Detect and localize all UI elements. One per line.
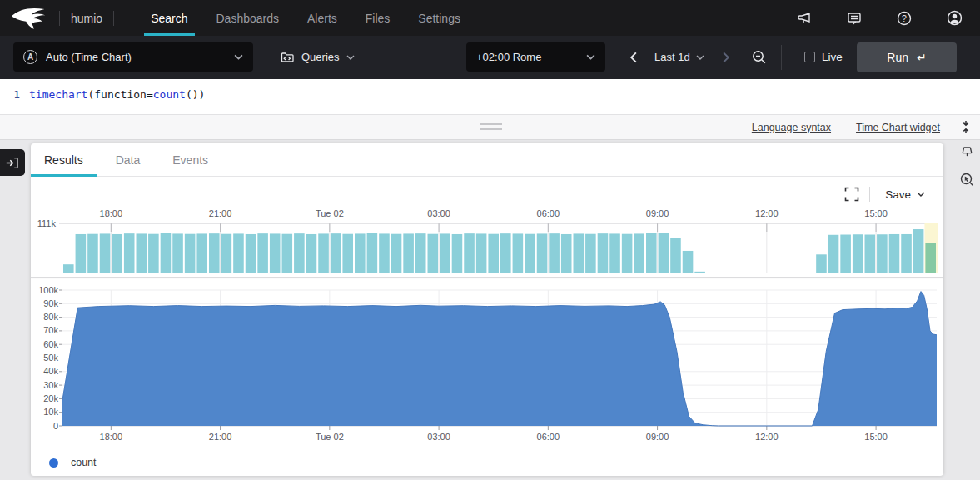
help-button[interactable]: ? [896, 10, 913, 27]
nav-item-files[interactable]: Files [351, 0, 405, 36]
fullscreen-icon [844, 187, 859, 202]
run-button[interactable]: Run ↵ [857, 42, 957, 72]
results-area: Results Data Events Save 18:0021:00Tue 0… [0, 140, 980, 480]
save-label: Save [885, 188, 911, 201]
query-token: (function= [87, 88, 152, 101]
query-token: ()) [186, 88, 205, 101]
results-tabs: Results Data Events [31, 143, 943, 177]
time-shift-back-button[interactable] [621, 42, 645, 72]
tab-results[interactable]: Results [31, 143, 97, 176]
chart-legend[interactable]: _count [49, 457, 97, 468]
timeline-chart[interactable]: 18:0021:00Tue 0203:0006:0009:0012:0015:0… [31, 205, 943, 277]
widget-type-select[interactable]: A Auto (Time Chart) [13, 42, 253, 72]
save-button[interactable]: Save [880, 188, 930, 202]
collapse-vertical-icon [960, 120, 972, 134]
svg-text:09:00: 09:00 [646, 208, 669, 218]
svg-text:18:00: 18:00 [100, 432, 123, 442]
svg-text:30k: 30k [43, 380, 58, 390]
nav-item-alerts[interactable]: Alerts [293, 0, 351, 36]
resize-handle[interactable] [480, 123, 502, 133]
svg-text:111k: 111k [37, 218, 57, 228]
fullscreen-button[interactable] [844, 187, 859, 202]
svg-text:0: 0 [53, 421, 58, 431]
results-panel: Results Data Events Save 18:0021:00Tue 0… [31, 143, 943, 476]
svg-text:70k: 70k [43, 325, 58, 335]
editor-splitter: Language syntax Time Chart widget [0, 115, 980, 140]
main-nav: Search Dashboards Alerts Files Settings [137, 0, 475, 36]
svg-text:06:00: 06:00 [537, 432, 560, 442]
top-navbar: humio Search Dashboards Alerts Files Set… [0, 0, 980, 36]
svg-text:40k: 40k [43, 366, 58, 376]
query-inspector-button[interactable] [959, 172, 975, 190]
nav-item-settings[interactable]: Settings [404, 0, 475, 36]
chevron-left-icon [629, 52, 637, 63]
main-chart[interactable]: 100k90k80k70k60k50k40k30k20k10k018:0021:… [31, 282, 943, 453]
crowdstrike-falcon-logo[interactable] [10, 6, 48, 31]
svg-text:?: ? [902, 12, 907, 22]
repository-name[interactable]: humio [71, 12, 102, 25]
query-toolbar: A Auto (Time Chart) Queries +02:00 Rome … [0, 36, 980, 79]
queries-label: Queries [301, 51, 340, 63]
expand-side-panel-button[interactable] [0, 149, 25, 176]
time-range-select[interactable]: Last 1d [646, 42, 713, 72]
svg-text:18:00: 18:00 [100, 208, 123, 218]
svg-text:Tue 02: Tue 02 [316, 208, 344, 218]
svg-text:03:00: 03:00 [427, 432, 450, 442]
nav-item-dashboards[interactable]: Dashboards [202, 0, 294, 36]
help-icon: ? [896, 10, 913, 27]
run-label: Run [887, 51, 908, 64]
feedback-button[interactable] [846, 10, 863, 27]
language-syntax-link[interactable]: Language syntax [747, 121, 836, 134]
query-text[interactable]: timechart(function=count()) [29, 88, 205, 114]
svg-text:50k: 50k [43, 352, 58, 362]
timezone-value: +02:00 Rome [476, 51, 586, 63]
megaphone-icon [796, 10, 813, 27]
timezone-select[interactable]: +02:00 Rome [466, 42, 605, 72]
legend-series-label: _count [65, 457, 97, 468]
account-button[interactable] [946, 9, 963, 27]
nav-divider [113, 11, 114, 26]
nav-item-search[interactable]: Search [137, 0, 201, 36]
svg-text:80k: 80k [43, 312, 58, 322]
splitter-links: Language syntax Time Chart widget [747, 115, 972, 139]
widget-type-value: Auto (Time Chart) [46, 51, 226, 63]
svg-text:06:00: 06:00 [537, 208, 560, 218]
svg-text:60k: 60k [43, 339, 58, 349]
query-editor[interactable]: 1 timechart(function=count()) [0, 79, 980, 115]
time-range-value: Last 1d [654, 51, 690, 63]
svg-text:100k: 100k [38, 285, 58, 295]
chart-tools: Save [844, 187, 930, 202]
chevron-right-icon [723, 52, 730, 63]
svg-text:03:00: 03:00 [427, 208, 450, 218]
chevron-down-icon [234, 54, 243, 60]
notifications-button[interactable] [959, 145, 975, 162]
query-token: count [153, 88, 186, 101]
live-toggle[interactable]: Live [796, 42, 851, 72]
svg-text:20k: 20k [43, 393, 58, 403]
magnifier-cursor-icon [959, 172, 975, 188]
svg-text:21:00: 21:00 [209, 432, 232, 442]
svg-text:09:00: 09:00 [646, 432, 669, 442]
tab-events[interactable]: Events [159, 143, 221, 176]
enter-key-icon: ↵ [917, 51, 927, 64]
auto-widget-icon: A [23, 50, 37, 64]
time-shift-forward-button[interactable] [714, 42, 739, 72]
svg-text:90k: 90k [43, 298, 58, 308]
svg-text:12:00: 12:00 [755, 208, 779, 218]
svg-text:12:00: 12:00 [755, 432, 779, 442]
queries-menu-button[interactable]: Queries [271, 42, 363, 72]
collapse-editor-button[interactable] [960, 120, 972, 134]
zoom-out-time-button[interactable] [743, 42, 776, 72]
svg-text:Tue 02: Tue 02 [316, 432, 344, 442]
svg-text:15:00: 15:00 [864, 432, 888, 442]
tab-data[interactable]: Data [102, 143, 154, 176]
arrow-into-panel-icon [5, 155, 20, 171]
svg-text:21:00: 21:00 [209, 208, 232, 218]
live-label: Live [822, 51, 843, 63]
svg-text:15:00: 15:00 [864, 208, 888, 218]
chevron-down-icon [586, 54, 595, 60]
chart-separator [31, 277, 943, 278]
time-chart-widget-link[interactable]: Time Chart widget [851, 121, 945, 134]
live-checkbox[interactable] [804, 52, 815, 62]
announcements-button[interactable] [796, 10, 813, 27]
